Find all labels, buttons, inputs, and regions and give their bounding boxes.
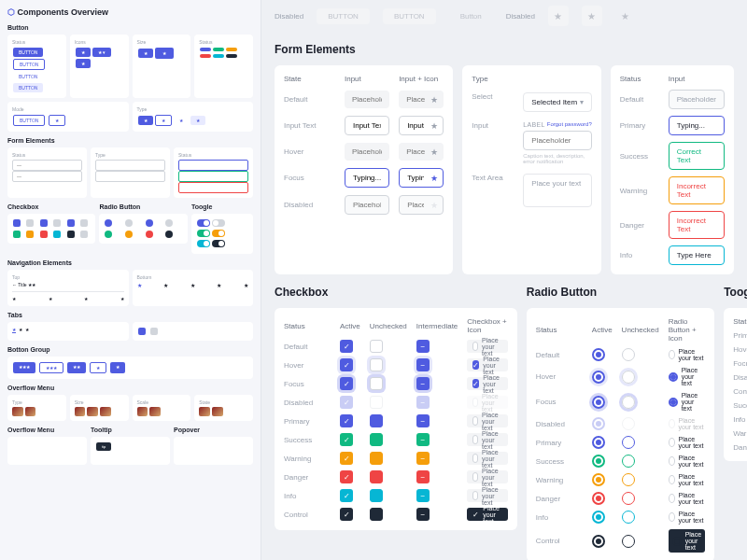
radio-section: Radio Button Status Active Unchecked Rad… — [527, 286, 714, 560]
textarea[interactable]: Place your text — [523, 174, 591, 207]
disabled-button: BUTTON — [317, 8, 370, 24]
star-icon: ★ — [430, 95, 438, 105]
form-status-card: StatusInput DefaultPlaceholder PrimaryTy… — [611, 65, 734, 274]
section-button: Button — [7, 24, 253, 31]
checkbox-section: Checkbox Status Active Unchecked Interme… — [275, 286, 517, 560]
forgot-link[interactable]: Forgot password? — [547, 121, 592, 128]
star-icon: ★ — [548, 6, 569, 26]
form-elements-section: Form Elements State Input Input + Icon D… — [261, 32, 747, 286]
radio[interactable] — [592, 348, 605, 361]
detail-panel: Disabled BUTTON BUTTON Button Disabled ★… — [261, 0, 747, 560]
overview-sidebar: Components Overview Button Status BUTTON… — [0, 0, 261, 560]
input-text[interactable] — [345, 116, 389, 135]
page-title: Components Overview — [7, 7, 253, 17]
chevron-down-icon: ▾ — [580, 98, 584, 106]
input-focus[interactable] — [345, 168, 389, 188]
form-state-card: State Input Input + Icon Default ★ Input… — [275, 65, 453, 274]
toggle-section: Toogle Status Primary Hover Focus Disabl… — [724, 286, 747, 560]
form-type-card: Type Select Selected Item▾ Input LABELFo… — [462, 65, 600, 274]
input-default[interactable] — [345, 91, 389, 108]
select-input[interactable]: Selected Item▾ — [523, 92, 591, 112]
checkbox[interactable]: ✓ — [340, 340, 353, 353]
